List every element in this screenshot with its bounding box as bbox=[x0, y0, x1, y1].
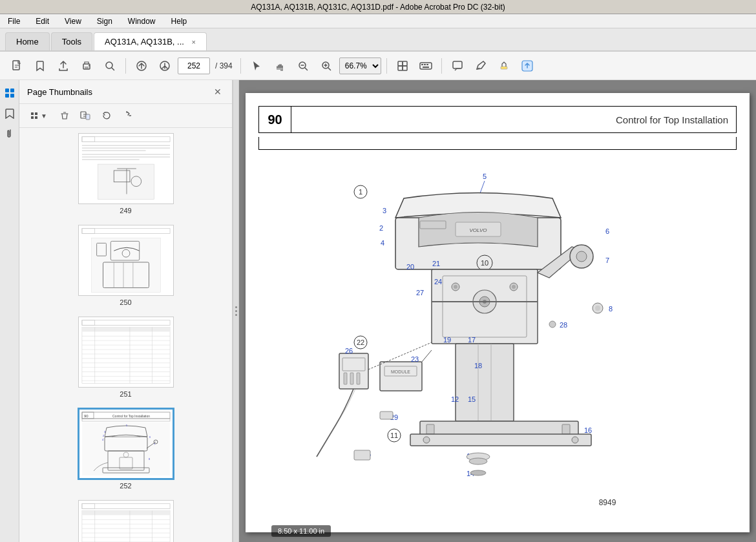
svg-rect-28 bbox=[31, 116, 34, 119]
sidebar-icon-bookmarks[interactable] bbox=[2, 106, 17, 121]
pen-button[interactable] bbox=[470, 56, 491, 76]
upload-button[interactable] bbox=[53, 56, 74, 76]
svg-rect-41 bbox=[98, 164, 154, 199]
svg-text:4: 4 bbox=[381, 239, 384, 247]
thumb-label-249: 249 bbox=[120, 207, 131, 214]
svg-point-134 bbox=[512, 285, 516, 289]
keyboard-button[interactable] bbox=[415, 56, 436, 76]
thumb-img-249[interactable] bbox=[78, 133, 174, 204]
find-button[interactable] bbox=[100, 56, 120, 76]
svg-text:MODULE: MODULE bbox=[391, 370, 410, 374]
menu-view[interactable]: View bbox=[62, 16, 84, 27]
main-area: Page Thumbnails ✕ ▼ bbox=[0, 80, 756, 542]
hand-tool-button[interactable] bbox=[269, 56, 290, 76]
svg-point-168 bbox=[470, 470, 486, 475]
svg-point-3 bbox=[89, 65, 90, 66]
highlight-button[interactable] bbox=[494, 56, 514, 76]
thumb-extract-btn[interactable] bbox=[76, 107, 94, 125]
svg-rect-35 bbox=[81, 145, 169, 146]
print-button[interactable] bbox=[76, 56, 97, 76]
share-button[interactable] bbox=[517, 56, 538, 76]
thumbnails-scroll[interactable]: 249 bbox=[19, 128, 232, 542]
thumb-rotate-ccw-btn[interactable] bbox=[97, 107, 115, 125]
svg-rect-40 bbox=[81, 159, 139, 160]
panel-resize-handle[interactable] bbox=[233, 80, 239, 542]
page-subtitle bbox=[258, 137, 737, 150]
panel-title: Page Thumbnails bbox=[27, 87, 92, 97]
svg-text:24: 24 bbox=[434, 278, 442, 286]
comment-button[interactable] bbox=[447, 56, 468, 76]
svg-text:26: 26 bbox=[345, 347, 353, 355]
svg-text:21: 21 bbox=[432, 260, 440, 267]
svg-text:20: 20 bbox=[406, 263, 414, 271]
svg-rect-49 bbox=[91, 238, 160, 292]
zoom-in-button[interactable] bbox=[316, 56, 337, 76]
tab-document[interactable]: AQ131A, AQ131B, ... × bbox=[94, 32, 207, 50]
menu-edit[interactable]: Edit bbox=[33, 16, 52, 27]
page-total: / 394 bbox=[215, 61, 233, 70]
menu-file[interactable]: File bbox=[5, 16, 23, 27]
prev-page-button[interactable] bbox=[131, 56, 152, 76]
thumbnail-253[interactable]: 253 bbox=[78, 500, 174, 542]
svg-text:18: 18 bbox=[474, 362, 482, 370]
zoom-out-button[interactable] bbox=[293, 56, 313, 76]
thumbnail-251[interactable]: 251 bbox=[78, 317, 174, 398]
menu-help[interactable]: Help bbox=[169, 16, 190, 27]
tab-close-button[interactable]: × bbox=[192, 38, 196, 46]
svg-rect-23 bbox=[10, 89, 14, 92]
thumb-rotate-cw-btn[interactable] bbox=[118, 107, 136, 125]
thumb-img-252[interactable]: 90 Control for Top Installation bbox=[78, 408, 174, 479]
svg-point-132 bbox=[454, 285, 457, 289]
page-number-input[interactable] bbox=[178, 57, 210, 74]
thumb-img-250[interactable] bbox=[78, 225, 174, 296]
svg-rect-10 bbox=[398, 61, 403, 66]
svg-rect-29 bbox=[35, 116, 37, 119]
svg-text:2: 2 bbox=[379, 224, 383, 232]
thumb-label-252: 252 bbox=[120, 482, 131, 490]
svg-rect-13 bbox=[403, 66, 407, 70]
pdf-viewer[interactable]: 90 Control for Top Installation 1 5 3 2 bbox=[239, 80, 756, 542]
toolbar: / 394 66.7% 50% 75% 100% 125% 150% bbox=[0, 52, 756, 80]
thumbnail-249[interactable]: 249 bbox=[78, 133, 174, 214]
technical-diagram: 1 5 3 2 4 6 bbox=[265, 169, 730, 531]
svg-point-162 bbox=[572, 437, 578, 443]
svg-rect-7 bbox=[277, 68, 283, 70]
thumb-view-btn[interactable]: ▼ bbox=[25, 107, 53, 125]
svg-text:6: 6 bbox=[605, 227, 609, 235]
title-bar: AQ131A, AQ131B, AQ131C, AQ131D.pdf - Ado… bbox=[0, 0, 756, 14]
svg-text:23: 23 bbox=[411, 355, 419, 363]
sidebar-icon-thumbnails[interactable] bbox=[2, 85, 17, 101]
tab-home[interactable]: Home bbox=[5, 32, 50, 50]
svg-rect-2 bbox=[85, 67, 89, 68]
thumb-img-253[interactable] bbox=[78, 500, 174, 542]
svg-rect-18 bbox=[423, 67, 429, 68]
pages-button[interactable] bbox=[392, 56, 413, 76]
thumb-toolbar: ▼ bbox=[19, 104, 232, 128]
thumbnail-250[interactable]: 250 bbox=[78, 225, 174, 306]
panel-close-button[interactable]: ✕ bbox=[211, 85, 224, 98]
svg-rect-31 bbox=[86, 114, 90, 120]
sidebar-icon-attachments[interactable] bbox=[2, 127, 17, 142]
svg-point-148 bbox=[549, 321, 556, 328]
svg-rect-27 bbox=[35, 112, 37, 115]
svg-rect-101 bbox=[81, 511, 169, 516]
svg-rect-16 bbox=[424, 64, 426, 65]
new-button[interactable] bbox=[6, 56, 27, 76]
next-page-button[interactable] bbox=[154, 56, 175, 76]
cursor-tool-button[interactable] bbox=[246, 56, 267, 76]
thumb-img-251[interactable] bbox=[78, 317, 174, 388]
svg-text:1: 1 bbox=[359, 188, 362, 196]
thumb-label-251: 251 bbox=[120, 390, 131, 398]
zoom-select[interactable]: 66.7% 50% 75% 100% 125% 150% bbox=[339, 57, 381, 74]
tab-tools[interactable]: Tools bbox=[51, 32, 92, 50]
separator-3 bbox=[386, 58, 387, 74]
menu-window[interactable]: Window bbox=[125, 16, 158, 27]
svg-rect-20 bbox=[501, 67, 507, 69]
menu-sign[interactable]: Sign bbox=[94, 16, 115, 27]
panel-header: Page Thumbnails ✕ bbox=[19, 80, 232, 104]
svg-rect-61 bbox=[81, 328, 169, 332]
thumb-delete-btn[interactable] bbox=[56, 107, 74, 125]
bookmark-button[interactable] bbox=[30, 56, 50, 76]
page-header: 90 Control for Top Installation bbox=[258, 106, 737, 133]
thumbnail-252[interactable]: 90 Control for Top Installation bbox=[78, 408, 174, 490]
